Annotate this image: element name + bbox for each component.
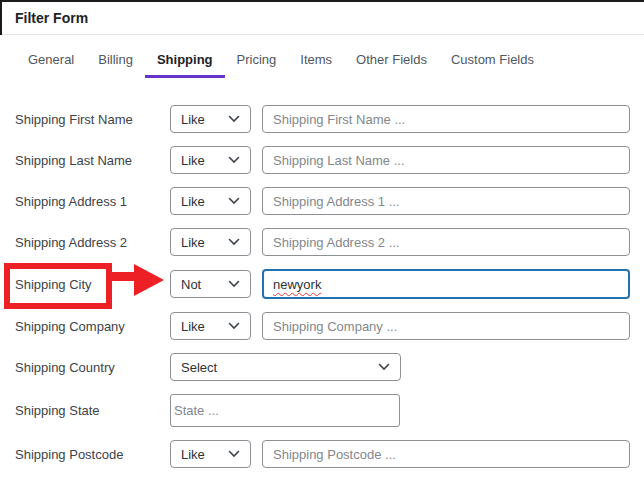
tab-bar: General Billing Shipping Pricing Items O… [0,46,644,78]
operator-select[interactable]: Like [170,440,251,468]
operator-select[interactable]: Like [170,146,251,174]
panel-header: Filter Form [0,2,644,35]
chevron-down-icon [228,450,240,458]
chevron-down-icon [228,156,240,164]
shipping-country-select[interactable]: Select [170,353,401,381]
window-edge-border [0,2,2,35]
shipping-postcode-input[interactable] [262,440,630,468]
operator-select[interactable]: Like [170,312,251,340]
operator-value: Not [181,277,201,292]
chevron-down-icon [228,197,240,205]
field-label: Shipping Address 2 [15,235,170,250]
tab-general[interactable]: General [16,46,86,78]
row-shipping-state: Shipping State [0,394,630,427]
field-label: Shipping Country [15,360,170,375]
chevron-down-icon [228,322,240,330]
operator-value: Like [181,447,205,462]
city-value-text: newyork [273,277,321,292]
row-shipping-first-name: Shipping First Name Like [0,105,630,133]
chevron-down-icon [228,238,240,246]
filter-form: Shipping First Name Like Shipping Last N… [0,105,644,468]
tab-billing[interactable]: Billing [86,46,145,78]
operator-select[interactable]: Like [170,228,251,256]
field-label: Shipping City [15,277,170,292]
row-shipping-address-2: Shipping Address 2 Like [0,228,630,256]
field-label: Shipping Last Name [15,153,170,168]
shipping-address-1-input[interactable] [262,187,630,215]
shipping-last-name-input[interactable] [262,146,630,174]
field-label: Shipping State [15,403,170,418]
field-label: Shipping Postcode [15,447,170,462]
shipping-city-input[interactable]: newyork [262,269,630,299]
tab-shipping[interactable]: Shipping [145,46,225,78]
field-label: Shipping Address 1 [15,194,170,209]
chevron-down-icon [228,115,240,123]
chevron-down-icon [378,363,390,371]
row-shipping-city: Shipping City Not newyork [0,269,630,299]
operator-value: Like [181,319,205,334]
field-label: Shipping First Name [15,112,170,127]
row-shipping-country: Shipping Country Select [0,353,630,381]
row-shipping-company: Shipping Company Like [0,312,630,340]
page-title: Filter Form [15,10,88,26]
operator-value: Like [181,235,205,250]
operator-select[interactable]: Like [170,105,251,133]
row-shipping-address-1: Shipping Address 1 Like [0,187,630,215]
row-shipping-last-name: Shipping Last Name Like [0,146,630,174]
shipping-company-input[interactable] [262,312,630,340]
operator-value: Like [181,153,205,168]
operator-select[interactable]: Not [170,270,251,298]
chevron-down-icon [228,280,240,288]
tab-custom-fields[interactable]: Custom Fields [439,46,546,78]
field-label: Shipping Company [15,319,170,334]
operator-select[interactable]: Like [170,187,251,215]
country-selected-value: Select [181,360,217,375]
operator-value: Like [181,112,205,127]
tab-other-fields[interactable]: Other Fields [344,46,439,78]
shipping-first-name-input[interactable] [262,105,630,133]
shipping-state-input[interactable] [170,394,400,427]
row-shipping-postcode: Shipping Postcode Like [0,440,630,468]
tab-items[interactable]: Items [288,46,344,78]
shipping-address-2-input[interactable] [262,228,630,256]
operator-value: Like [181,194,205,209]
tab-pricing[interactable]: Pricing [225,46,289,78]
